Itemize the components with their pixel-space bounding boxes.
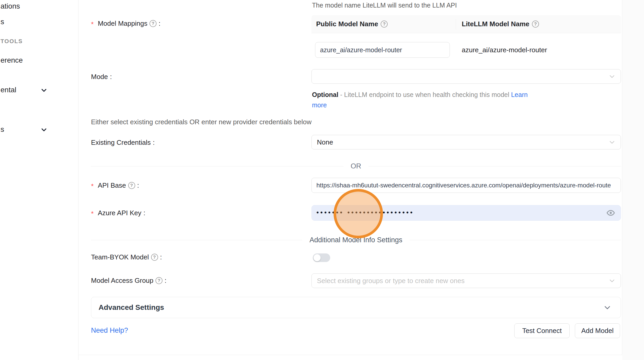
existing-credentials-select[interactable]: None xyxy=(311,135,621,149)
litellm-model-name-header: LiteLLM Model Name ? xyxy=(456,20,539,28)
add-model-form: The model name LiteLLM will send to the … xyxy=(79,0,622,355)
sidebar-item-settings[interactable]: s xyxy=(0,125,4,134)
chevron-down-icon xyxy=(603,304,611,311)
team-byok-toggle[interactable] xyxy=(313,253,330,262)
sidebar-item-label: s xyxy=(1,18,4,26)
chevron-down-icon[interactable] xyxy=(41,87,47,94)
mode-helper-text: Optional - LiteLLM endpoint to use when … xyxy=(312,89,532,110)
model-mappings-header: Public Model Name ? LiteLLM Model Name ? xyxy=(311,15,621,33)
azure-api-key-input[interactable]: ••••••• ••••••••••••••••• xyxy=(311,205,621,221)
sidebar: ations s TOOLS erence ental s xyxy=(0,0,79,360)
toggle-knob xyxy=(314,254,321,261)
sidebar-item-experimental[interactable]: ental xyxy=(0,86,16,94)
existing-credentials-value: None xyxy=(317,138,333,146)
sidebar-item-label: ations xyxy=(1,2,20,10)
model-mappings-table: Public Model Name ? LiteLLM Model Name ?… xyxy=(311,15,621,67)
help-icon[interactable]: ? xyxy=(151,254,158,261)
model-access-group-label: Model Access Group ? xyxy=(91,277,166,285)
team-byok-label: Team-BYOK Model ? xyxy=(91,253,162,261)
sidebar-item-organizations[interactable]: ations xyxy=(0,2,20,10)
advanced-settings-title: Advanced Settings xyxy=(99,303,164,312)
help-icon[interactable]: ? xyxy=(128,182,135,189)
advanced-settings-panel[interactable]: Advanced Settings xyxy=(91,297,621,318)
public-model-name-input[interactable] xyxy=(315,42,450,58)
or-divider: OR xyxy=(91,162,621,170)
model-mappings-row: azure_ai/azure-model-router xyxy=(311,33,621,67)
sidebar-item-label: ental xyxy=(1,86,16,94)
additional-settings-divider: Additional Model Info Settings xyxy=(91,236,621,244)
masked-api-key: ••••••• ••••••••••••••••• xyxy=(316,209,414,216)
public-model-name-header: Public Model Name ? xyxy=(311,19,456,30)
mode-select[interactable] xyxy=(311,69,621,84)
help-icon[interactable]: ? xyxy=(155,277,162,284)
litellm-model-name-value: azure_ai/azure-model-router xyxy=(456,46,547,54)
existing-credentials-label: Existing Credentials xyxy=(91,139,155,147)
model-access-group-select[interactable]: Select existing groups or type to create… xyxy=(311,273,621,288)
credentials-note: Either select existing credentials OR en… xyxy=(91,118,311,126)
sidebar-item-inference[interactable]: erence xyxy=(0,56,23,64)
chevron-down-icon xyxy=(609,139,615,146)
sidebar-item-label: s xyxy=(1,125,4,133)
add-model-page: ations s TOOLS erence ental s The model … xyxy=(0,0,644,360)
help-icon[interactable]: ? xyxy=(532,21,539,28)
api-base-input[interactable] xyxy=(311,178,621,193)
chevron-down-icon[interactable] xyxy=(41,126,47,133)
chevron-down-icon xyxy=(609,73,615,80)
sidebar-item-label: erence xyxy=(1,56,23,64)
test-connect-button[interactable]: Test Connect xyxy=(514,323,570,338)
model-access-group-placeholder: Select existing groups or type to create… xyxy=(317,277,465,285)
model-mappings-label: Model Mappings ? xyxy=(91,19,160,28)
azure-api-key-label: Azure API Key xyxy=(91,209,145,217)
api-base-label: API Base ? xyxy=(91,181,139,189)
optional-bold: Optional xyxy=(312,91,338,98)
need-help-link[interactable]: Need Help? xyxy=(91,326,128,335)
page-background xyxy=(622,0,644,360)
add-model-button[interactable]: Add Model xyxy=(575,323,620,338)
help-icon[interactable]: ? xyxy=(381,21,388,28)
sidebar-section-tools: TOOLS xyxy=(0,38,23,45)
sidebar-item-users[interactable]: s xyxy=(0,18,4,26)
help-icon[interactable]: ? xyxy=(149,20,157,27)
chevron-down-icon xyxy=(609,277,615,284)
model-name-helper-text: The model name LiteLLM will send to the … xyxy=(312,2,457,9)
eye-icon[interactable] xyxy=(607,209,615,217)
mode-label: Mode xyxy=(91,73,112,81)
